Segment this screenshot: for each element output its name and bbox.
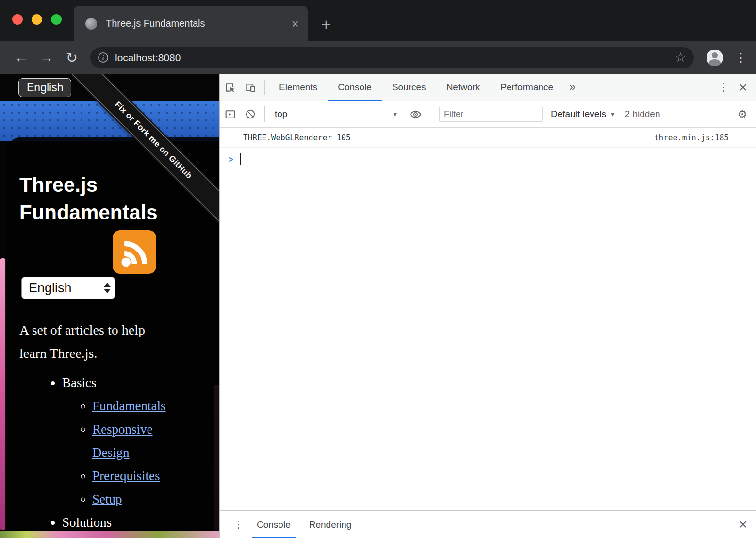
chevron-down-icon: ▾ — [393, 110, 397, 118]
browser-tab[interactable]: Three.js Fundamentals × — [74, 6, 308, 41]
prompt-chevron-icon: > — [229, 154, 233, 164]
link-responsive-design[interactable]: Responsive Design — [92, 422, 153, 460]
fullscreen-window-button[interactable] — [51, 14, 62, 25]
address-bar[interactable]: i localhost:8080 ☆ — [90, 47, 694, 68]
language-badge[interactable]: English — [18, 78, 71, 97]
clear-console-icon[interactable] — [240, 104, 261, 124]
separator — [401, 106, 401, 122]
more-tabs-icon[interactable]: » — [569, 81, 575, 94]
intro-text: A set of articles to help learn Three.js… — [19, 319, 167, 365]
context-selector[interactable]: top ▾ — [275, 109, 397, 119]
tab-strip: Three.js Fundamentals × + — [0, 0, 756, 41]
bookmark-star-icon[interactable]: ☆ — [675, 50, 686, 65]
tab-sources[interactable]: Sources — [382, 74, 436, 101]
nav-section-label: Basics — [62, 375, 97, 390]
page-panel: Three.js Fundamentals English A set of a… — [5, 137, 219, 531]
list-item: Setup — [92, 488, 192, 511]
devtools-close-icon[interactable]: × — [739, 80, 747, 95]
console-settings-gear-icon[interactable]: ⚙ — [737, 108, 747, 121]
context-selector-value: top — [275, 109, 287, 119]
content-area: Three.js Fundamentals English A set of a… — [0, 74, 756, 538]
background-image-bottom — [0, 531, 219, 538]
webpage-viewport: Three.js Fundamentals English A set of a… — [0, 74, 219, 538]
console-prompt[interactable]: > — [220, 148, 756, 165]
tab-console[interactable]: Console — [328, 74, 382, 101]
drawer-tab-rendering[interactable]: Rendering — [304, 511, 357, 538]
hidden-messages-count[interactable]: 2 hidden — [625, 109, 660, 119]
page-title: Three.js Fundamentals — [19, 171, 187, 226]
minimize-window-button[interactable] — [32, 14, 42, 25]
link-setup[interactable]: Setup — [92, 492, 122, 506]
separator — [264, 106, 265, 122]
tab-close-icon[interactable]: × — [292, 17, 299, 30]
language-select[interactable]: English — [21, 277, 115, 299]
drawer-tab-console[interactable]: Console — [252, 511, 296, 538]
reload-button[interactable]: ↻ — [59, 50, 84, 66]
tab-network[interactable]: Network — [436, 74, 491, 101]
tab-performance[interactable]: Performance — [490, 74, 563, 101]
back-button[interactable]: ← — [9, 50, 34, 66]
select-divider — [99, 281, 99, 295]
devtools-panel: Elements Console Sources Network Perform… — [219, 74, 756, 538]
nav-section-label: Solutions — [62, 515, 112, 530]
list-item: Fundamentals — [92, 394, 192, 418]
drawer-menu-icon[interactable]: ⋮ — [233, 519, 243, 530]
browser-toolbar: ← → ↻ i localhost:8080 ☆ ⋮ — [0, 41, 756, 74]
inspect-element-icon[interactable] — [220, 77, 240, 98]
log-levels-dropdown[interactable]: Default levels ▾ — [551, 109, 615, 119]
console-sidebar-icon[interactable] — [220, 104, 240, 124]
list-item: Responsive Design — [92, 418, 192, 464]
live-expression-eye-icon[interactable] — [405, 104, 426, 124]
tab-elements[interactable]: Elements — [269, 74, 328, 101]
devtools-drawer: ⋮ Console Rendering × — [220, 510, 756, 538]
tab-title: Three.js Fundamentals — [106, 18, 292, 29]
browser-window: Three.js Fundamentals × + ← → ↻ i localh… — [0, 0, 756, 538]
console-source-link[interactable]: three.min.js:185 — [654, 133, 729, 142]
url-text[interactable]: localhost:8080 — [115, 52, 675, 64]
log-levels-label: Default levels — [551, 109, 606, 119]
console-message-row: THREE.WebGLRenderer 105 three.min.js:185 — [220, 128, 756, 148]
chevron-down-icon: ▾ — [611, 110, 615, 118]
browser-menu-icon[interactable]: ⋮ — [735, 50, 747, 65]
console-toolbar: top ▾ Default levels ▾ 2 hidd — [220, 101, 756, 128]
text-cursor — [240, 153, 241, 165]
device-toolbar-icon[interactable] — [240, 77, 261, 98]
page-nav: Basics Fundamentals Responsive Design Pr… — [5, 371, 219, 531]
rss-feed-icon[interactable] — [113, 230, 156, 274]
nav-section-basics: Basics Fundamentals Responsive Design Pr… — [62, 371, 219, 511]
devtools-tabbar: Elements Console Sources Network Perform… — [220, 74, 756, 101]
forward-button[interactable]: → — [34, 50, 59, 66]
link-fundamentals[interactable]: Fundamentals — [92, 399, 165, 413]
link-prerequisites[interactable]: Prerequisites — [92, 469, 160, 483]
site-info-icon[interactable]: i — [98, 52, 108, 63]
close-window-button[interactable] — [12, 14, 23, 25]
new-tab-button[interactable]: + — [321, 16, 331, 33]
tab-favicon-icon — [85, 18, 97, 30]
language-select-value: English — [29, 281, 72, 296]
console-empty-area[interactable] — [220, 165, 756, 510]
separator — [619, 106, 619, 122]
profile-avatar[interactable] — [707, 50, 723, 66]
window-controls — [12, 14, 62, 25]
console-message-text: THREE.WebGLRenderer 105 — [243, 133, 351, 142]
nav-section-solutions: Solutions — [62, 511, 219, 531]
list-item: Prerequisites — [92, 464, 192, 488]
select-arrows-icon — [104, 277, 111, 299]
separator — [264, 80, 265, 95]
filter-input[interactable] — [439, 107, 543, 122]
devtools-menu-icon[interactable]: ⋮ — [716, 81, 731, 94]
drawer-close-icon[interactable]: × — [739, 517, 747, 532]
